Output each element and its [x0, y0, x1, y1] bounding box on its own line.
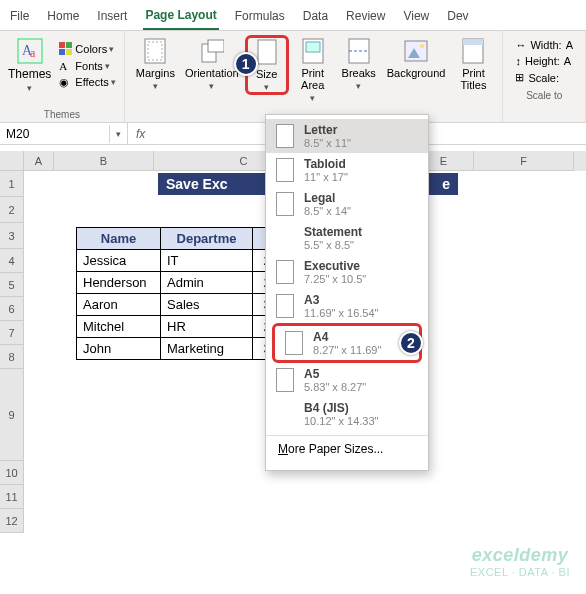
themes-label: Themes [8, 67, 51, 81]
tab-home[interactable]: Home [45, 5, 81, 29]
table-header[interactable]: Name [77, 228, 161, 250]
watermark: exceldemy EXCEL · DATA · BI [470, 545, 570, 578]
row-header-11[interactable]: 11 [0, 485, 24, 509]
row-header-12[interactable]: 12 [0, 509, 24, 533]
effects-icon: ◉ [59, 76, 73, 89]
print-titles-button[interactable]: Print Titles [451, 35, 495, 93]
size-option-name: A5 [304, 367, 366, 381]
row-header-9[interactable]: 9 [0, 369, 24, 461]
orientation-icon [200, 38, 224, 64]
row-header-1[interactable]: 1 [0, 171, 24, 197]
size-option-tabloid[interactable]: Tabloid11" x 17" [266, 153, 428, 187]
col-header-F[interactable]: F [474, 151, 574, 171]
col-header-B[interactable]: B [54, 151, 154, 171]
tab-view[interactable]: View [401, 5, 431, 29]
ribbon-tabs: FileHomeInsertPage LayoutFormulasDataRev… [0, 0, 586, 31]
width-label: Width: [530, 39, 561, 51]
size-option-name: Letter [304, 123, 351, 137]
background-icon [404, 40, 428, 62]
table-cell[interactable]: Jessica [77, 250, 161, 272]
table-cell[interactable]: Aaron [77, 294, 161, 316]
scale-group-label: Scale to [526, 88, 562, 101]
row-header-5[interactable]: 5 [0, 273, 24, 297]
table-cell[interactable]: John [77, 338, 161, 360]
print-area-icon [302, 38, 324, 64]
tab-formulas[interactable]: Formulas [233, 5, 287, 29]
tab-data[interactable]: Data [301, 5, 330, 29]
breaks-button[interactable]: Breaks▾ [337, 35, 381, 93]
size-icon [257, 39, 277, 65]
svg-rect-5 [59, 49, 65, 55]
table-cell[interactable]: Marketing [161, 338, 253, 360]
fonts-icon: A [59, 60, 73, 72]
row-header-6[interactable]: 6 [0, 297, 24, 321]
row-header-4[interactable]: 4 [0, 249, 24, 273]
tab-review[interactable]: Review [344, 5, 387, 29]
col-header-A[interactable]: A [24, 151, 54, 171]
size-option-statement[interactable]: Statement5.5" x 8.5" [266, 221, 428, 255]
table-header[interactable]: Departme [161, 228, 253, 250]
svg-text:a: a [30, 46, 36, 60]
height-label: Height: [525, 55, 560, 67]
background-button[interactable]: Background [383, 35, 450, 81]
table-cell[interactable]: Henderson [77, 272, 161, 294]
tab-insert[interactable]: Insert [95, 5, 129, 29]
margins-button[interactable]: Margins▾ [132, 35, 179, 93]
width-icon: ↔ [515, 39, 526, 51]
orientation-label: Orientation [185, 67, 239, 79]
svg-rect-11 [258, 40, 276, 64]
tab-file[interactable]: File [8, 5, 31, 29]
scale-icon: ⊞ [515, 71, 524, 84]
size-option-a4[interactable]: A48.27" x 11.69"2 [275, 326, 419, 360]
tab-dev[interactable]: Dev [445, 5, 470, 29]
tab-page-layout[interactable]: Page Layout [143, 4, 218, 30]
scale-control[interactable]: ⊞Scale: [515, 71, 573, 84]
size-dropdown: Letter8.5" x 11"Tabloid11" x 17"Legal8.5… [265, 114, 429, 471]
effects-button[interactable]: ◉ Effects▾ [57, 75, 117, 90]
fonts-button[interactable]: A Fonts▾ [57, 59, 117, 73]
size-option-letter[interactable]: Letter8.5" x 11" [266, 119, 428, 153]
themes-group-label: Themes [44, 107, 80, 120]
row-header-7[interactable]: 7 [0, 321, 24, 345]
size-option-dim: 7.25" x 10.5" [304, 273, 366, 285]
row-header-8[interactable]: 8 [0, 345, 24, 369]
table-cell[interactable]: IT [161, 250, 253, 272]
size-button[interactable]: 1 Size▾ [245, 35, 289, 95]
size-option-dim: 8.5" x 14" [304, 205, 351, 217]
table-cell[interactable]: HR [161, 316, 253, 338]
breaks-label: Breaks [342, 67, 376, 79]
width-control[interactable]: ↔Width:A [515, 39, 573, 51]
size-option-name: Executive [304, 259, 366, 273]
size-option-name: B4 (JIS) [304, 401, 378, 415]
size-option-dim: 8.5" x 11" [304, 137, 351, 149]
size-option-dim: 11" x 17" [304, 171, 348, 183]
size-option-name: Tabloid [304, 157, 348, 171]
themes-button[interactable]: Aa Themes ▾ [6, 35, 53, 95]
print-area-button[interactable]: Print Area▾ [291, 35, 335, 105]
colors-label: Colors [75, 43, 107, 55]
row-header-2[interactable]: 2 [0, 197, 24, 223]
select-all-triangle[interactable] [0, 151, 24, 171]
name-box[interactable]: M20 [0, 125, 110, 143]
height-control[interactable]: ↕Height:A [515, 55, 573, 67]
table-cell[interactable]: Sales [161, 294, 253, 316]
size-option-legal[interactable]: Legal8.5" x 14" [266, 187, 428, 221]
title-text-right: e [442, 176, 450, 192]
row-header-10[interactable]: 10 [0, 461, 24, 485]
more-paper-sizes[interactable]: More Paper Sizes... [266, 435, 428, 462]
size-option-a3[interactable]: A311.69" x 16.54" [266, 289, 428, 323]
table-cell[interactable]: Admin [161, 272, 253, 294]
fx-label[interactable]: fx [128, 127, 153, 141]
size-option-name: A4 [313, 330, 381, 344]
height-icon: ↕ [515, 55, 521, 67]
table-cell[interactable]: Mitchel [77, 316, 161, 338]
ribbon-content: Aa Themes ▾ Colors▾ A Fonts▾ ◉ Eff [0, 31, 586, 123]
size-option-executive[interactable]: Executive7.25" x 10.5" [266, 255, 428, 289]
size-option-b4-jis-[interactable]: B4 (JIS)10.12" x 14.33" [266, 397, 428, 431]
name-box-chevron[interactable]: ▾ [110, 129, 127, 139]
row-header-3[interactable]: 3 [0, 223, 24, 249]
size-option-a5[interactable]: A55.83" x 8.27" [266, 363, 428, 397]
colors-button[interactable]: Colors▾ [57, 41, 117, 57]
svg-point-18 [420, 44, 424, 48]
themes-group: Aa Themes ▾ Colors▾ A Fonts▾ ◉ Eff [0, 31, 125, 122]
